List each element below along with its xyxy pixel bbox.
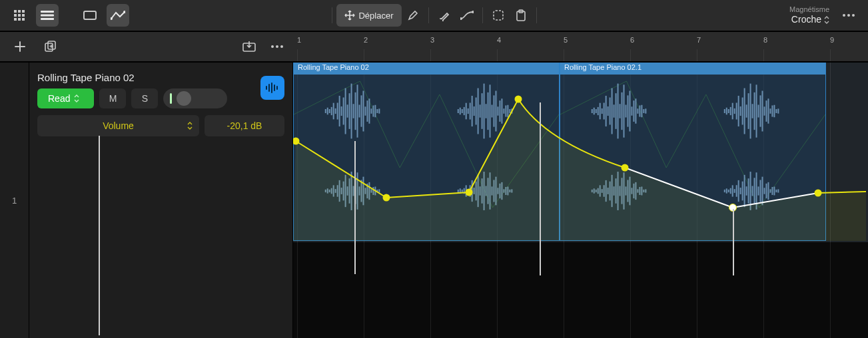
callout-line	[99, 136, 100, 335]
svg-point-16	[472, 11, 474, 13]
view-list-button[interactable]	[36, 4, 59, 27]
svg-rect-9	[41, 11, 54, 13]
move-tool-button[interactable]: Déplacer	[336, 4, 401, 27]
main-area: 1 Rolling Tape Piano 02 Read M S	[0, 63, 868, 338]
mute-button[interactable]: M	[99, 88, 126, 108]
ruler-bar-number: 4	[497, 36, 501, 44]
add-track-button[interactable]	[11, 37, 29, 56]
track-index: 1	[0, 63, 29, 338]
ruler-bar-number: 3	[430, 36, 434, 44]
svg-point-26	[271, 45, 274, 48]
automation-param-label: Volume	[103, 120, 134, 131]
pan-indicator	[170, 93, 172, 104]
timeline[interactable]: Rolling Tape Piano 02Rolling Tape Piano …	[293, 63, 868, 338]
ellipsis-icon	[270, 45, 284, 49]
automation-view-button[interactable]	[107, 4, 129, 27]
duplicate-track-button[interactable]	[41, 37, 60, 56]
svg-point-20	[843, 14, 845, 17]
plus-icon	[14, 41, 26, 53]
dashed-square-icon	[492, 9, 504, 21]
time-ruler[interactable]: 123456789	[293, 32, 868, 61]
sub-toolbar: 123456789	[0, 32, 868, 63]
top-toolbar: Déplacer Magnétisme	[0, 0, 868, 32]
pencil-tool-button[interactable]	[402, 4, 424, 27]
callout-line	[354, 141, 356, 274]
view-grid-button[interactable]	[8, 4, 31, 27]
snap-label: Magnétisme	[789, 5, 829, 14]
svg-rect-2	[22, 10, 25, 13]
automation-param-dropdown[interactable]: Volume	[37, 115, 199, 136]
track-name[interactable]: Rolling Tape Piano 02	[37, 72, 284, 83]
svg-point-21	[847, 14, 850, 17]
callout-line	[540, 102, 541, 275]
svg-point-15	[460, 17, 462, 20]
curve-tool-button[interactable]	[456, 4, 478, 27]
automation-value[interactable]: -20,1 dB	[205, 115, 284, 136]
svg-rect-1	[18, 10, 21, 13]
move-icon	[344, 10, 354, 21]
track-more-button[interactable]	[268, 37, 286, 56]
callout-line	[733, 209, 734, 275]
track-header-panel: 1 Rolling Tape Piano 02 Read M S	[0, 63, 293, 338]
region-title: Rolling Tape Piano 02	[294, 63, 559, 75]
more-menu-button[interactable]	[837, 4, 860, 27]
brush-icon	[438, 9, 450, 21]
svg-rect-6	[14, 18, 17, 21]
list-icon	[41, 11, 54, 20]
svg-rect-4	[18, 14, 21, 17]
duplicate-icon	[44, 41, 57, 53]
ruler-bar-number: 8	[763, 36, 767, 44]
import-button[interactable]	[240, 37, 258, 56]
center-toolbar: Déplacer	[327, 4, 540, 27]
pan-thumb[interactable]	[177, 91, 191, 106]
svg-point-27	[276, 45, 278, 48]
ruler-bar-number: 2	[364, 36, 368, 44]
clipboard-icon	[516, 9, 526, 21]
automation-mode-button[interactable]: Read	[37, 88, 94, 108]
clipboard-tool-button[interactable]	[510, 4, 532, 27]
svg-rect-5	[22, 14, 25, 17]
pencil-icon	[408, 10, 418, 21]
svg-point-22	[852, 14, 855, 17]
chevron-updown-icon	[187, 122, 193, 130]
region-title: Rolling Tape Piano 02.1	[560, 63, 825, 75]
snap-value: Croche	[791, 14, 821, 25]
move-tool-label: Déplacer	[358, 11, 393, 21]
ruler-bar-number: 5	[564, 36, 568, 44]
waveform-icon	[265, 83, 280, 93]
ruler-bar-number: 6	[630, 36, 634, 44]
pan-slider[interactable]	[163, 88, 227, 108]
automation-mode-label: Read	[48, 93, 70, 104]
ruler-bar-number: 1	[297, 36, 301, 44]
region-view-button[interactable]	[79, 4, 101, 27]
download-rect-icon	[242, 41, 256, 53]
curve-icon	[460, 11, 474, 20]
timeline-empty-area	[293, 242, 868, 338]
svg-rect-10	[41, 15, 54, 17]
select-tool-button[interactable]	[487, 4, 510, 27]
rectangle-icon	[83, 11, 97, 20]
svg-point-28	[280, 45, 283, 48]
solo-button[interactable]: S	[131, 88, 158, 108]
svg-rect-11	[41, 18, 54, 20]
chevron-updown-icon	[824, 16, 829, 24]
grid-icon	[13, 9, 25, 21]
snap-setting[interactable]: Magnétisme Croche	[789, 5, 829, 25]
chevron-updown-icon	[74, 94, 79, 102]
audio-region[interactable]: Rolling Tape Piano 02.1	[560, 63, 826, 241]
svg-rect-0	[14, 10, 17, 13]
svg-rect-17	[494, 11, 503, 20]
automation-line-icon	[111, 11, 125, 20]
brush-tool-button[interactable]	[433, 4, 456, 27]
audio-region[interactable]: Rolling Tape Piano 02	[293, 63, 560, 241]
svg-rect-8	[22, 18, 25, 21]
ruler-bar-number: 9	[830, 36, 834, 44]
track-type-badge[interactable]	[260, 76, 284, 100]
ruler-bar-number: 7	[697, 36, 701, 44]
ellipsis-icon	[842, 13, 855, 17]
svg-rect-3	[14, 14, 17, 17]
svg-rect-7	[18, 18, 21, 21]
svg-rect-12	[84, 11, 96, 19]
